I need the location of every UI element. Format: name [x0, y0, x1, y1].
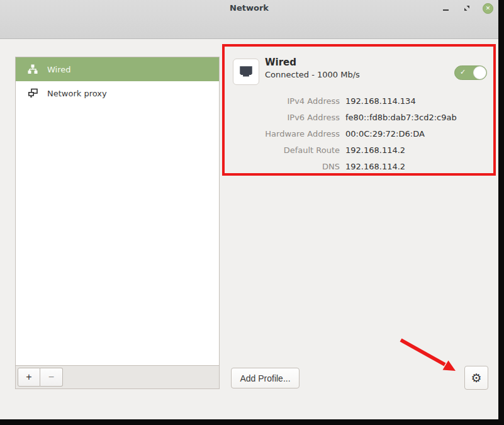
wired-network-icon — [28, 64, 38, 74]
detail-label: IPv4 Address — [233, 96, 340, 106]
headerbar: Network ✕ — [0, 0, 498, 39]
minimize-button[interactable] — [440, 3, 451, 14]
detail-value: 192.168.114.134 — [345, 96, 416, 106]
detail-row-dns: DNS 192.168.114.2 — [233, 158, 492, 174]
add-profile-button[interactable]: Add Profile... — [231, 368, 300, 388]
detail-value: fe80::fd8b:dab7:3cd2:c9ab — [345, 113, 457, 122]
sidebar: Wired Network proxy + — [15, 57, 220, 389]
remove-connection-button[interactable]: − — [40, 368, 63, 387]
toggle-check-icon: ✓ — [460, 68, 466, 76]
close-button[interactable]: ✕ — [483, 3, 493, 14]
detail-label: Hardware Address — [233, 129, 340, 139]
connection-list: Wired Network proxy — [16, 57, 219, 365]
close-icon: ✕ — [486, 4, 491, 13]
add-connection-button[interactable]: + — [18, 368, 40, 387]
sidebar-item-wired[interactable]: Wired — [16, 57, 219, 81]
toggle-knob — [473, 66, 486, 79]
detail-label: DNS — [233, 162, 340, 171]
wired-toggle-switch[interactable]: ✓ — [454, 65, 487, 80]
sidebar-item-label: Network proxy — [47, 89, 107, 98]
network-proxy-icon — [28, 88, 38, 98]
detail-row-ipv4: IPv4 Address 192.168.114.134 — [233, 93, 492, 109]
add-profile-label: Add Profile... — [240, 373, 290, 383]
ethernet-port-icon — [238, 64, 254, 80]
gear-icon: ⚙ — [471, 371, 481, 385]
detail-value: 192.168.114.2 — [345, 145, 405, 155]
minimize-icon — [443, 9, 449, 11]
detail-label: Default Route — [233, 145, 340, 155]
detail-value: 00:0C:29:72:D6:DA — [345, 129, 425, 139]
settings-gear-button[interactable]: ⚙ — [464, 366, 488, 390]
plus-icon: + — [26, 372, 31, 382]
device-status: Connected - 1000 Mb/s — [265, 70, 360, 79]
detail-row-route: Default Route 192.168.114.2 — [233, 142, 492, 158]
device-name: Wired — [265, 57, 360, 68]
detail-row-ipv6: IPv6 Address fe80::fd8b:dab7:3cd2:c9ab — [233, 109, 492, 125]
connection-details: IPv4 Address 192.168.114.134 IPv6 Addres… — [233, 93, 492, 174]
detail-value: 192.168.114.2 — [345, 162, 405, 171]
minus-icon: − — [48, 372, 54, 382]
sidebar-item-label: Wired — [47, 65, 71, 74]
restore-icon — [464, 5, 470, 11]
device-icon-box — [233, 59, 259, 85]
detail-label: IPv6 Address — [233, 113, 340, 122]
detail-row-hardware: Hardware Address 00:0C:29:72:D6:DA — [233, 125, 492, 142]
sidebar-toolbar: + − — [16, 365, 219, 388]
network-settings-window: Network ✕ — [0, 0, 498, 419]
sidebar-item-network-proxy[interactable]: Network proxy — [16, 81, 219, 105]
restore-button[interactable] — [461, 3, 473, 14]
window-title: Network — [0, 3, 498, 13]
